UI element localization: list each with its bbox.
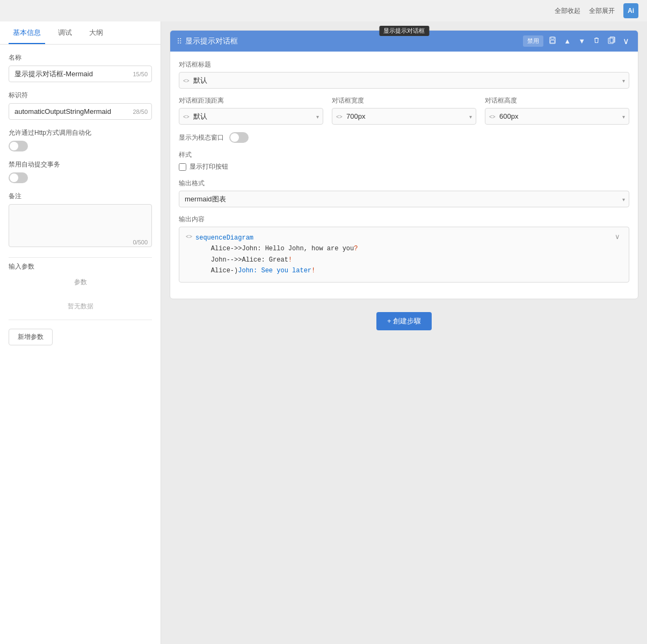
name-counter: 15/50: [133, 71, 148, 77]
params-section: 输入参数 参数: [9, 262, 152, 289]
http-label: 允许通过Http方式调用自动化: [9, 128, 152, 138]
name-input[interactable]: [9, 66, 152, 82]
divider-params: [9, 257, 152, 258]
http-toggle[interactable]: [9, 141, 28, 151]
code-special-4c: !: [311, 267, 315, 274]
dialog-width-select[interactable]: 700px: [332, 108, 476, 125]
code-keyword-4b: John: See you later: [238, 267, 311, 274]
create-step-button[interactable]: + 創建步驟: [376, 312, 432, 330]
dialog-title-select-wrapper: <> 默认 ▾: [179, 72, 629, 89]
code-plain-4a: Alice-): [211, 267, 238, 274]
collapse-all-button[interactable]: 全部收起: [553, 5, 583, 17]
print-btn-checkbox[interactable]: [179, 163, 186, 171]
modal-toggle-row: 显示为模态窗口: [179, 132, 629, 143]
output-format-label: 输出格式: [179, 179, 629, 188]
output-content-label: 输出内容: [179, 215, 629, 224]
disable-auto-submit-group: 禁用自动提交事务: [9, 160, 152, 183]
top-bar-actions: 全部收起 全部展开: [553, 5, 617, 17]
dialog-width-label: 对话框宽度: [332, 96, 476, 105]
note-label: 备注: [9, 192, 152, 201]
disable-auto-submit-toggle[interactable]: [9, 172, 28, 183]
tab-bar: 基本信息 调试 大纲: [0, 21, 161, 45]
id-counter: 28/50: [133, 108, 148, 115]
dialog-top-col: 对话框距顶距离 <> 默认 ▾: [179, 96, 323, 125]
code-plain-2a: Alice->>John: Hello John, how are you: [211, 245, 354, 252]
right-panel: 显示提示对话框 ⠿ 显示提示对话框 禁用 ▲ ▼: [161, 21, 647, 644]
avatar[interactable]: Ai: [623, 3, 638, 18]
dialog-title-label: 对话框标题: [179, 60, 629, 69]
params-title: 输入参数: [9, 262, 152, 271]
print-btn-label: 显示打印按钮: [190, 162, 228, 171]
code-collapse-button[interactable]: ∨: [613, 233, 622, 241]
output-content-row: 输出内容 <> sequenceDiagram Alice->>John: He…: [179, 215, 629, 283]
note-field-group: 备注 0/500: [9, 192, 152, 249]
id-input[interactable]: [9, 103, 152, 120]
code-keyword-1: sequenceDiagram: [195, 234, 253, 242]
code-plain-3a: John-->>Alice: Great: [211, 256, 288, 264]
dialog-size-row: 对话框距顶距离 <> 默认 ▾ 对话框宽度: [179, 96, 629, 125]
output-format-row: 输出格式 mermaid图表 ▾: [179, 179, 629, 207]
step-card: ⠿ 显示提示对话框 禁用 ▲ ▼: [170, 30, 638, 299]
id-field-group: 标识符 28/50: [9, 91, 152, 120]
modal-toggle[interactable]: [229, 132, 249, 143]
step-header-actions: 禁用 ▲ ▼ ∨: [523, 35, 631, 47]
name-field-group: 名称 15/50: [9, 53, 152, 82]
code-block-icon: <>: [186, 233, 192, 242]
create-step-row: + 創建步驟: [170, 312, 638, 330]
svg-rect-2: [550, 40, 555, 43]
step-card-body: 对话框标题 <> 默认 ▾: [170, 52, 638, 299]
note-textarea[interactable]: [9, 204, 152, 247]
tab-outline[interactable]: 大纲: [85, 21, 107, 44]
left-panel-content: 名称 15/50 标识符 28/50 允许通过Http方式调用自动化: [0, 45, 161, 644]
code-content: sequenceDiagram Alice->>John: Hello John…: [195, 233, 613, 277]
step-delete-button[interactable]: [591, 35, 602, 47]
dialog-title-select[interactable]: 默认: [179, 72, 629, 89]
left-panel: 基本信息 调试 大纲 名称 15/50 标识符 28/50: [0, 21, 161, 644]
code-block-header: <> sequenceDiagram Alice->>John: Hello J…: [186, 233, 622, 277]
dialog-top-select[interactable]: 默认: [179, 108, 323, 125]
note-counter: 0/500: [133, 239, 148, 245]
dialog-height-select-wrapper: <> 600px ▾: [485, 108, 629, 125]
step-expand-button[interactable]: ∨: [621, 35, 631, 47]
expand-all-button[interactable]: 全部展开: [587, 5, 617, 17]
divider-add-param: [9, 320, 152, 320]
dialog-height-col: 对话框高度 <> 600px ▾: [485, 96, 629, 125]
delete-icon: [593, 37, 600, 44]
code-line-2: Alice->>John: Hello John, how are you?: [195, 243, 613, 254]
print-btn-checkbox-row: 显示打印按钮: [179, 162, 629, 171]
style-label: 样式: [179, 150, 629, 160]
style-row: 样式 显示打印按钮: [179, 150, 629, 171]
name-input-wrapper: 15/50: [9, 66, 152, 82]
http-toggle-group: 允许通过Http方式调用自动化: [9, 128, 152, 151]
code-line-3: John-->>Alice: Great!: [195, 255, 613, 265]
tab-debug[interactable]: 调试: [54, 21, 76, 44]
step-save-icon-button[interactable]: [547, 35, 558, 47]
step-up-button[interactable]: ▲: [562, 36, 573, 46]
drag-handle-icon[interactable]: ⠿: [177, 37, 182, 46]
params-sub-btn[interactable]: 参数: [9, 276, 152, 289]
dialog-height-select[interactable]: 600px: [485, 108, 629, 125]
step-title: 显示提示对话框: [185, 37, 523, 46]
main-layout: 基本信息 调试 大纲 名称 15/50 标识符 28/50: [0, 21, 647, 644]
step-down-button[interactable]: ▼: [576, 36, 587, 46]
disable-auto-submit-label: 禁用自动提交事务: [9, 160, 152, 169]
dialog-height-label: 对话框高度: [485, 96, 629, 105]
note-textarea-wrapper: 0/500: [9, 204, 152, 249]
output-format-select[interactable]: mermaid图表: [179, 191, 629, 207]
dialog-top-label: 对话框距顶距离: [179, 96, 323, 105]
save-icon: [549, 37, 556, 44]
copy-icon: [608, 37, 615, 44]
tab-basic-info[interactable]: 基本信息: [9, 21, 45, 44]
code-line-4: Alice-)John: See you later!: [195, 265, 613, 276]
dialog-width-select-wrapper: <> 700px ▾: [332, 108, 476, 125]
add-param-button[interactable]: 新增参数: [9, 329, 53, 345]
dialog-top-select-wrapper: <> 默认 ▾: [179, 108, 323, 125]
step-disable-button[interactable]: 禁用: [523, 35, 543, 47]
step-copy-button[interactable]: [606, 35, 617, 47]
no-data-label: 暂无数据: [9, 298, 152, 315]
output-content-code-block: <> sequenceDiagram Alice->>John: Hello J…: [179, 227, 629, 283]
modal-label: 显示为模态窗口: [179, 133, 224, 142]
output-format-select-wrapper: mermaid图表 ▾: [179, 191, 629, 207]
dialog-width-col: 对话框宽度 <> 700px ▾: [332, 96, 476, 125]
dialog-title-col: 对话框标题 <> 默认 ▾: [179, 60, 629, 89]
